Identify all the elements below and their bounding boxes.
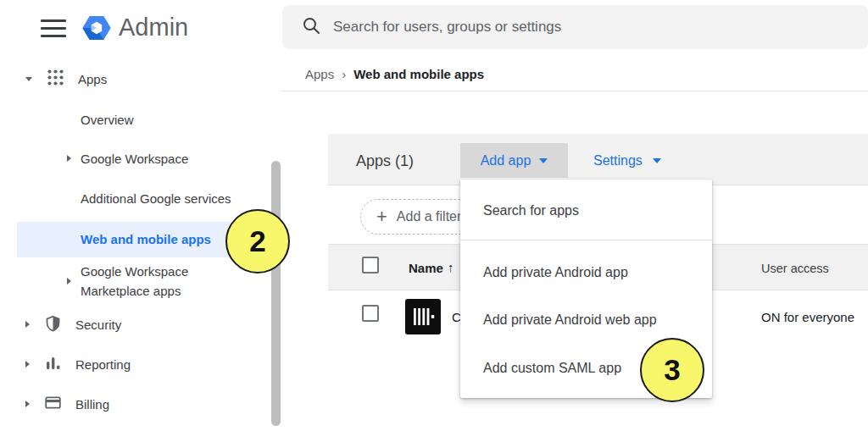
search-placeholder: Search for users, groups or settings — [333, 19, 561, 36]
sidebar-item-label: Overview — [81, 113, 134, 127]
chevron-right-icon[interactable] — [25, 321, 30, 328]
settings-button[interactable]: Settings — [593, 143, 661, 178]
menu-hamburger-icon[interactable] — [41, 19, 66, 37]
breadcrumb-parent[interactable]: Apps — [305, 67, 334, 81]
brand-title: Admin — [119, 14, 188, 41]
sidebar-scrollbar[interactable] — [271, 161, 281, 426]
plus-icon: + — [376, 207, 387, 226]
name-column-header[interactable]: Name — [409, 261, 443, 275]
annotation-step-3-badge: 3 — [640, 338, 704, 402]
breadcrumb-separator: › — [342, 67, 346, 81]
chevron-right-icon[interactable] — [67, 278, 71, 285]
sidebar-item-label-selected[interactable]: Web and mobile apps — [81, 232, 211, 246]
sidebar-item-label: Security — [75, 318, 121, 332]
add-app-button[interactable]: Add app — [460, 143, 568, 178]
apps-count-label: Apps (1) — [356, 152, 414, 170]
app-logo-icon — [405, 299, 441, 338]
credit-card-icon — [44, 394, 62, 414]
sort-ascending-icon: ↑ — [448, 260, 454, 274]
sidebar-item-additional-google-services[interactable]: Additional Google services — [81, 185, 231, 211]
search-input[interactable]: Search for users, groups or settings — [282, 5, 868, 49]
select-all-checkbox[interactable] — [362, 257, 379, 274]
chevron-right-icon[interactable] — [25, 401, 30, 407]
sidebar-item-label: Billing — [75, 397, 109, 412]
sidebar-item-google-workspace[interactable]: Google Workspace — [67, 146, 188, 171]
add-filter-label: Add a filter — [397, 209, 461, 224]
chevron-down-icon — [653, 158, 661, 163]
sidebar-item-marketplace-apps[interactable]: Google Workspace Marketplace apps — [67, 261, 226, 301]
user-access-value: ON for everyone — [761, 310, 854, 324]
menu-item-add-private-android-app[interactable]: Add private Android app — [460, 253, 712, 292]
annotation-step-2-badge: 2 — [225, 209, 290, 274]
settings-label: Settings — [593, 153, 643, 169]
row-checkbox[interactable] — [362, 305, 379, 322]
apps-grid-icon — [47, 69, 64, 89]
sidebar-item-security[interactable]: Security — [25, 312, 121, 337]
chevron-right-icon[interactable] — [67, 155, 71, 162]
shield-icon — [44, 314, 62, 335]
admin-console-window: Admin Search for users, groups or settin… — [0, 0, 868, 431]
add-app-label: Add app — [481, 153, 531, 169]
chevron-down-icon — [539, 158, 548, 163]
sidebar-item-overview[interactable]: Overview — [81, 107, 134, 132]
sidebar-item-label: Google Workspace — [81, 152, 188, 166]
user-access-column-header: User access — [761, 262, 829, 275]
sidebar-item-label: Additional Google services — [81, 191, 231, 206]
breadcrumb-current: Web and mobile apps — [353, 67, 484, 81]
breadcrumb-divider — [281, 91, 868, 91]
menu-divider — [460, 240, 712, 240]
admin-logo-icon — [80, 11, 114, 48]
sidebar-item-label: Reporting — [75, 357, 131, 372]
chevron-down-icon[interactable] — [25, 77, 32, 81]
menu-item-search-for-apps[interactable]: Search for apps — [460, 191, 712, 230]
menu-item-add-private-android-web-app[interactable]: Add private Android web app — [460, 301, 712, 340]
sidebar-item-apps[interactable]: Apps — [25, 66, 107, 91]
sidebar-item-label: Google Workspace Marketplace apps — [81, 262, 226, 301]
search-icon — [301, 15, 321, 39]
breadcrumb: Apps › Web and mobile apps — [305, 67, 484, 81]
bar-chart-icon — [44, 354, 62, 374]
sidebar-item-billing[interactable]: Billing — [25, 391, 109, 417]
sidebar-item-label: Apps — [78, 72, 107, 86]
sidebar-item-reporting[interactable]: Reporting — [25, 351, 131, 377]
chevron-right-icon[interactable] — [25, 361, 30, 367]
